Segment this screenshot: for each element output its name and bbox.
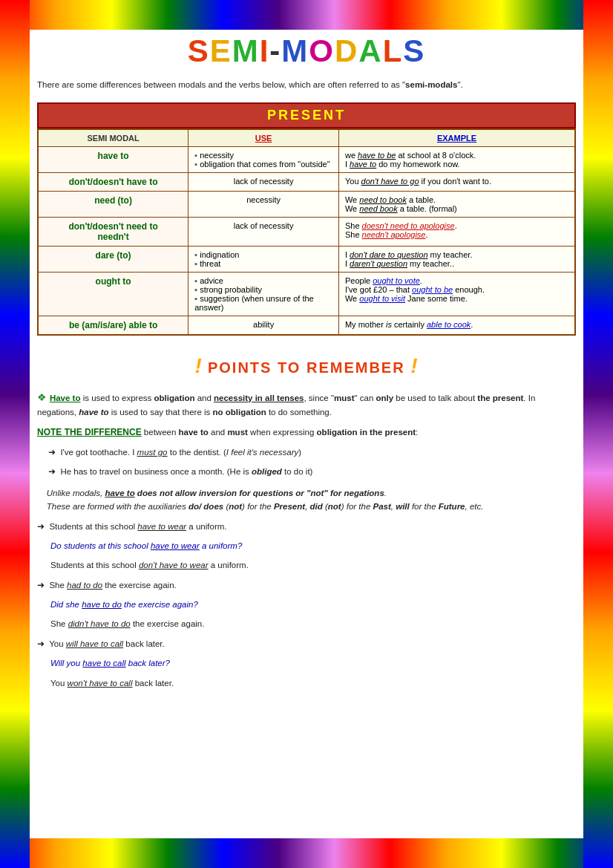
use-have-to: necessity obligation that comes from "ou… <box>189 147 339 173</box>
table-row: ought to advice strong probability sugge… <box>38 273 575 316</box>
example-exercise: ➜ She had to do the exercise again. Did … <box>37 578 576 631</box>
present-section: PRESENT SEMI MODAL USE EXAMPLE have to n… <box>37 102 576 336</box>
subtitle-text: There are some differences between modal… <box>37 80 576 89</box>
table-row: have to necessity obligation that comes … <box>38 147 575 173</box>
example-able-to: My mother is certainly able to cook. <box>338 316 575 336</box>
modal-dont-have-to: don't/doesn't have to <box>38 173 189 192</box>
use-dare-to: indignation threat <box>189 247 339 273</box>
use-dont-have-to: lack of necessity <box>189 173 339 192</box>
use-neednt: lack of necessity <box>189 218 339 247</box>
ptr-header: ! POINTS TO REMEMBER ! <box>37 354 576 378</box>
use-need-to: necessity <box>189 192 339 218</box>
col-header-example: EXAMPLE <box>338 129 575 147</box>
example-dont-have-to: You don't have to go if you don't want t… <box>338 173 575 192</box>
example-have-to: we have to be at school at 8 o'clock. I … <box>338 147 575 173</box>
use-ought-to: advice strong probability suggestion (wh… <box>189 273 339 316</box>
points-content: Have to is used to express obligation an… <box>37 389 576 690</box>
note-difference: NOTE THE DIFFERENCE between have to and … <box>37 425 576 440</box>
example-neednt: She doesn't need to apologise. She needn… <box>338 218 575 247</box>
table-row: need (to) necessity We need to book a ta… <box>38 192 575 218</box>
unlike-modals: Unlike modals, have to does not allow in… <box>37 486 576 514</box>
table-row: be (am/is/are) able to ability My mother… <box>38 316 575 336</box>
table-row: dare (to) indignation threat I don't dar… <box>38 247 575 273</box>
example-dare-to: I don't dare to question my teacher. I d… <box>338 247 575 273</box>
present-header: PRESENT <box>37 102 576 128</box>
example-travel: ➜ He has to travel on business once a mo… <box>48 465 576 478</box>
main-table: SEMI MODAL USE EXAMPLE have to necessity… <box>37 128 576 336</box>
modal-neednt: don't/doesn't need toneedn't <box>38 218 189 247</box>
use-able-to: ability <box>189 316 339 336</box>
example-need-to: We need to book a table. We need book a … <box>338 192 575 218</box>
page-title: SEMI-MODALS <box>37 33 576 69</box>
example-call: ➜ You will have to call back later. Will… <box>37 637 576 690</box>
point-1: Have to is used to express obligation an… <box>37 389 576 420</box>
table-row: don't/doesn't need toneedn't lack of nec… <box>38 218 575 247</box>
col-header-semi-modal: SEMI MODAL <box>38 129 189 147</box>
col-header-use: USE <box>189 129 339 147</box>
example-blocks: ➜ Students at this school have to wear a… <box>37 520 576 691</box>
points-section: ! POINTS TO REMEMBER ! Have to is used t… <box>37 354 576 690</box>
example-toothache: ➜ I've got toothache. I must go to the d… <box>48 446 576 459</box>
table-row: don't/doesn't have to lack of necessity … <box>38 173 575 192</box>
modal-need-to: need (to) <box>38 192 189 218</box>
modal-dare-to: dare (to) <box>38 247 189 273</box>
modal-ought-to: ought to <box>38 273 189 316</box>
example-ought-to: People ought to vote. I've got £20 – tha… <box>338 273 575 316</box>
modal-have-to: have to <box>38 147 189 173</box>
example-uniform: ➜ Students at this school have to wear a… <box>37 520 576 572</box>
modal-able-to: be (am/is/are) able to <box>38 316 189 336</box>
